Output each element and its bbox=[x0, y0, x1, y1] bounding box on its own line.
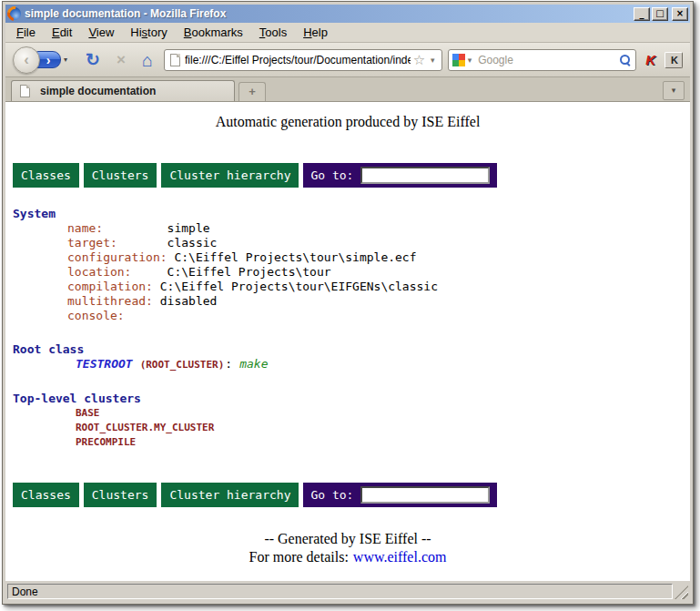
menu-item[interactable]: File bbox=[9, 24, 43, 41]
doc-nav-buttons: ClassesClustersCluster hierarchy bbox=[13, 163, 299, 188]
navigation-toolbar: ‹ › ▾ ↻ × ⌂ ☆ ▾ ▾ K K bbox=[5, 43, 690, 77]
cluster-list: BASEROOT_CLUSTER.MY_CLUSTERPRECOMPILE bbox=[13, 406, 683, 450]
nav-button[interactable]: Clusters bbox=[84, 163, 157, 188]
tab-bar: simple documentation + ▾ bbox=[5, 77, 690, 102]
window-title: simple documentation - Mozilla Firefox bbox=[25, 7, 634, 20]
system-property-row: target: classic bbox=[13, 236, 683, 250]
system-property-row: compilation: C:\Eiffel Projects\tour\EIF… bbox=[13, 280, 683, 294]
nav-button[interactable]: Cluster hierarchy bbox=[161, 483, 299, 507]
root-cluster-link[interactable]: (ROOT_CLUSTER) bbox=[140, 359, 225, 371]
menu-item[interactable]: View bbox=[81, 24, 121, 41]
url-history-dropdown-icon[interactable]: ▾ bbox=[428, 56, 438, 65]
back-arrow-icon: ‹ bbox=[24, 52, 29, 67]
property-value: C:\Eiffel Projects\tour\EIFGENs\classic bbox=[160, 280, 438, 293]
goto-input[interactable] bbox=[360, 167, 490, 184]
eiffel-website-link[interactable]: www.eiffel.com bbox=[353, 549, 447, 565]
tab-page-icon bbox=[20, 85, 30, 97]
menu-item[interactable]: Edit bbox=[45, 24, 79, 41]
property-label: console: bbox=[67, 309, 125, 322]
nav-button[interactable]: Clusters bbox=[84, 483, 157, 507]
menu-item[interactable]: Bookmarks bbox=[177, 24, 250, 41]
goto-input[interactable] bbox=[360, 486, 490, 504]
property-label: target: bbox=[67, 236, 167, 249]
goto-box: Go to: bbox=[303, 483, 497, 507]
clusters-heading: Top-level clusters bbox=[13, 392, 683, 406]
back-button[interactable]: ‹ bbox=[13, 46, 40, 74]
doc-nav-row-top: ClassesClustersCluster hierarchy Go to: bbox=[13, 163, 683, 188]
reload-icon[interactable]: ↻ bbox=[80, 51, 106, 68]
new-tab-button[interactable]: + bbox=[238, 82, 266, 101]
firefox-window: simple documentation - Mozilla Firefox _… bbox=[2, 1, 694, 605]
generated-by-line: -- Generated by ISE Eiffel -- bbox=[13, 530, 683, 548]
system-property-row: console: bbox=[13, 309, 683, 323]
forward-history-dropdown-icon[interactable]: ▾ bbox=[64, 56, 67, 64]
search-engine-dropdown-icon[interactable]: ▾ bbox=[465, 56, 475, 65]
google-search-engine-icon[interactable] bbox=[452, 54, 465, 66]
more-details-line: For more details:www.eiffel.com bbox=[13, 548, 683, 566]
status-bar: Done bbox=[5, 581, 690, 601]
system-property-row: location: C:\Eiffel Projects\tour bbox=[13, 265, 683, 280]
property-label: multithread: bbox=[67, 294, 160, 308]
system-property-row: multithread: disabled bbox=[13, 294, 683, 309]
stop-icon[interactable]: × bbox=[111, 52, 131, 67]
property-value: C:\Eiffel Projects\tour\simple.ecf bbox=[174, 250, 416, 264]
doc-nav-row-bottom: ClassesClustersCluster hierarchy Go to: bbox=[13, 483, 683, 507]
search-magnifier-icon[interactable] bbox=[619, 54, 632, 66]
property-label: name: bbox=[67, 221, 167, 235]
menu-item[interactable]: Help bbox=[296, 24, 335, 41]
back-forward-group: ‹ › ▾ bbox=[13, 46, 67, 74]
root-feature-link[interactable]: make bbox=[239, 357, 268, 371]
goto-label: Go to: bbox=[310, 488, 353, 502]
more-details-text: For more details: bbox=[249, 549, 349, 565]
root-class-link[interactable]: TESTROOT bbox=[76, 357, 133, 371]
system-heading: System bbox=[13, 207, 683, 221]
page-content: Automatic generation produced by ISE Eif… bbox=[5, 102, 690, 581]
forward-arrow-icon: › bbox=[46, 54, 51, 66]
window-controls: _ □ × bbox=[634, 7, 688, 21]
doc-nav-buttons: ClassesClustersCluster hierarchy bbox=[13, 483, 299, 507]
system-property-row: name: simple bbox=[13, 221, 683, 236]
home-icon[interactable]: ⌂ bbox=[137, 51, 158, 69]
resize-grip-icon[interactable] bbox=[675, 586, 688, 599]
nav-button[interactable]: Cluster hierarchy bbox=[161, 163, 299, 188]
root-class-heading: Root class bbox=[13, 342, 683, 357]
cluster-link[interactable]: PRECOMPILE bbox=[13, 435, 683, 450]
doc-header: Automatic generation produced by ISE Eif… bbox=[13, 114, 683, 130]
system-property-row: configuration: C:\Eiffel Projects\tour\s… bbox=[13, 250, 683, 265]
search-box[interactable]: ▾ bbox=[448, 49, 637, 71]
property-label: location: bbox=[67, 265, 167, 279]
property-value: classic bbox=[167, 236, 218, 249]
firefox-icon[interactable] bbox=[8, 7, 21, 20]
bookmark-star-icon[interactable]: ☆ bbox=[411, 53, 428, 66]
status-text: Done bbox=[7, 584, 673, 599]
nav-button[interactable]: Classes bbox=[13, 163, 79, 188]
maximize-button[interactable]: □ bbox=[652, 7, 668, 21]
property-value: simple bbox=[167, 221, 210, 235]
url-input[interactable] bbox=[185, 54, 411, 66]
list-all-tabs-icon[interactable]: ▾ bbox=[663, 81, 685, 100]
minimize-button[interactable]: _ bbox=[634, 7, 650, 21]
title-bar[interactable]: simple documentation - Mozilla Firefox _… bbox=[5, 5, 690, 23]
url-bar[interactable]: ☆ ▾ bbox=[164, 49, 442, 71]
tab-simple-documentation[interactable]: simple documentation bbox=[11, 80, 235, 101]
nav-button[interactable]: Classes bbox=[13, 483, 79, 507]
k-addon-button[interactable]: K bbox=[664, 52, 683, 68]
doc-footer: -- Generated by ISE Eiffel -- For more d… bbox=[13, 530, 683, 566]
goto-label: Go to: bbox=[310, 168, 353, 182]
close-button[interactable]: × bbox=[672, 7, 688, 21]
search-input[interactable] bbox=[474, 54, 619, 66]
property-label: compilation: bbox=[67, 280, 160, 293]
root-class-colon: : bbox=[225, 357, 232, 371]
tab-label: simple documentation bbox=[40, 85, 228, 97]
cluster-link[interactable]: ROOT_CLUSTER.MY_CLUSTER bbox=[13, 421, 683, 435]
cluster-link[interactable]: BASE bbox=[13, 406, 683, 421]
kaspersky-icon[interactable]: K bbox=[642, 52, 659, 67]
property-value: disabled bbox=[160, 294, 218, 308]
menu-item[interactable]: Tools bbox=[252, 24, 294, 41]
menu-item[interactable]: History bbox=[123, 24, 174, 41]
root-class-line: TESTROOT(ROOT_CLUSTER):make bbox=[13, 357, 683, 372]
property-label: configuration: bbox=[67, 250, 174, 264]
goto-box: Go to: bbox=[303, 163, 497, 188]
menu-bar: File Edit View History Bookmarks Tools H… bbox=[5, 23, 690, 43]
property-value: C:\Eiffel Projects\tour bbox=[167, 265, 331, 279]
